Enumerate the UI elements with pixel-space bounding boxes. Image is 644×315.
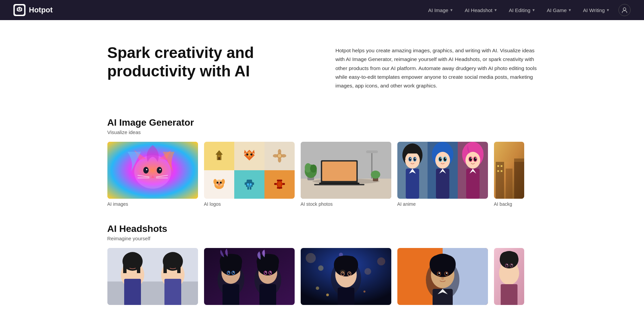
- site-logo[interactable]: Hotpot: [13, 4, 53, 16]
- card-image-logos: [204, 142, 295, 199]
- svg-rect-108: [501, 165, 502, 167]
- svg-rect-63: [366, 150, 378, 153]
- svg-point-121: [134, 264, 136, 267]
- card-label-ai-images: AI images: [107, 201, 198, 207]
- card-image-headshot-4: [397, 248, 488, 305]
- svg-point-67: [310, 165, 317, 173]
- svg-rect-41: [247, 180, 252, 182]
- svg-rect-61: [314, 184, 364, 185]
- svg-point-22: [246, 153, 248, 155]
- card-label-ai-backgrounds: AI backg: [494, 201, 524, 207]
- card-ai-stock[interactable]: AI stock photos: [301, 142, 391, 207]
- svg-point-153: [306, 253, 316, 263]
- card-image-cat: [107, 142, 198, 199]
- hero-left: Spark creativity and productivity with A…: [107, 44, 309, 80]
- svg-rect-168: [338, 288, 354, 305]
- logo-text: Hotpot: [29, 6, 53, 14]
- card-ai-anime[interactable]: AI anime: [397, 142, 488, 207]
- ai-image-generator-section: AI Image Generator Visualize ideas: [87, 107, 557, 207]
- svg-rect-53: [277, 180, 282, 181]
- svg-point-29: [278, 157, 281, 163]
- chevron-down-icon: ▼: [494, 8, 497, 12]
- svg-point-83: [435, 152, 450, 169]
- card-image-headshot-2: [204, 248, 295, 305]
- svg-point-183: [441, 276, 444, 280]
- svg-rect-46: [253, 182, 254, 185]
- svg-point-43: [250, 183, 252, 185]
- svg-point-9: [157, 167, 162, 174]
- svg-rect-119: [137, 261, 140, 273]
- svg-rect-104: [496, 162, 504, 199]
- svg-point-120: [129, 264, 132, 267]
- card-headshot-2[interactable]: [204, 248, 295, 305]
- svg-point-182: [446, 272, 447, 274]
- svg-point-164: [348, 272, 351, 275]
- logo-cell-1: [204, 142, 234, 170]
- card-ai-backgrounds[interactable]: AI backg: [494, 142, 524, 207]
- svg-point-50: [278, 181, 281, 188]
- svg-rect-59: [322, 162, 356, 181]
- svg-rect-126: [163, 261, 167, 273]
- svg-point-10: [146, 169, 147, 170]
- svg-point-170: [363, 291, 365, 293]
- svg-point-156: [364, 268, 371, 275]
- nav-item-ai-editing[interactable]: AI Editing ▼: [504, 5, 540, 16]
- svg-rect-151: [259, 284, 276, 305]
- image-generator-cards: AI images: [107, 142, 537, 207]
- card-headshot-3[interactable]: [301, 248, 391, 305]
- logo-cell-4: [204, 170, 234, 199]
- svg-point-129: [174, 264, 177, 267]
- svg-rect-107: [497, 165, 499, 167]
- nav-item-ai-game[interactable]: AI Game ▼: [542, 5, 576, 16]
- section-title-image: AI Image Generator: [107, 117, 537, 128]
- svg-rect-127: [177, 261, 181, 273]
- card-ai-images[interactable]: AI images: [107, 142, 198, 207]
- svg-rect-130: [164, 279, 181, 305]
- svg-point-139: [228, 271, 229, 272]
- svg-point-167: [340, 270, 345, 273]
- svg-rect-111: [494, 142, 524, 162]
- svg-rect-110: [501, 170, 502, 172]
- nav-links: AI Image ▼ AI Headshot ▼ AI Editing ▼ AI…: [424, 5, 614, 16]
- card-label-ai-anime: AI anime: [397, 201, 488, 207]
- svg-point-72: [405, 152, 420, 169]
- svg-rect-79: [406, 169, 419, 199]
- svg-point-11: [159, 169, 161, 170]
- user-account-icon[interactable]: [618, 4, 631, 16]
- svg-point-88: [440, 158, 441, 159]
- svg-point-39: [221, 179, 225, 184]
- svg-point-78: [414, 158, 415, 159]
- svg-rect-48: [250, 187, 251, 190]
- svg-point-154: [377, 257, 385, 265]
- card-headshot-1[interactable]: [107, 248, 198, 305]
- nav-item-ai-writing[interactable]: AI Writing ▼: [578, 5, 614, 16]
- svg-point-28: [278, 149, 281, 154]
- svg-point-75: [409, 158, 411, 161]
- svg-point-100: [475, 158, 476, 159]
- svg-point-38: [213, 179, 217, 184]
- card-headshot-4[interactable]: [397, 248, 488, 305]
- svg-point-169: [326, 294, 329, 296]
- card-ai-logos[interactable]: AI logos: [204, 142, 295, 207]
- card-image-anime: [397, 142, 488, 199]
- svg-point-2: [20, 8, 21, 10]
- svg-rect-44: [247, 186, 251, 186]
- svg-point-94: [465, 152, 480, 169]
- section-title-headshots: AI Headshots: [107, 224, 537, 234]
- svg-point-31: [281, 154, 286, 158]
- svg-rect-19: [218, 157, 220, 160]
- svg-rect-45: [245, 182, 246, 185]
- svg-rect-114: [107, 281, 198, 305]
- hero-title: Spark creativity and productivity with A…: [107, 44, 309, 80]
- logo-cell-6: [264, 170, 295, 199]
- svg-rect-131: [204, 248, 295, 305]
- nav-item-ai-headshot[interactable]: AI Headshot ▼: [460, 5, 502, 16]
- svg-point-76: [414, 158, 416, 161]
- svg-point-140: [233, 271, 234, 272]
- card-headshot-5[interactable]: [494, 248, 524, 305]
- nav-item-ai-image[interactable]: AI Image ▼: [424, 5, 458, 16]
- card-label-ai-stock: AI stock photos: [301, 201, 391, 207]
- svg-point-1: [18, 8, 19, 10]
- svg-rect-141: [222, 284, 239, 305]
- svg-point-5: [134, 155, 171, 189]
